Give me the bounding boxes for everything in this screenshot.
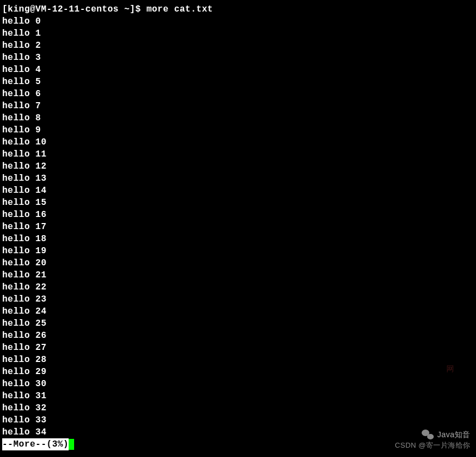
- output-line: hello 10: [2, 136, 474, 148]
- watermark-java: Java知音: [422, 428, 471, 441]
- terminal-cursor: [69, 439, 74, 450]
- output-line: hello 28: [2, 354, 474, 366]
- output-line: hello 5: [2, 76, 474, 88]
- output-line: hello 22: [2, 281, 474, 293]
- more-pager-status[interactable]: --More--(3%): [2, 438, 74, 450]
- output-line: hello 11: [2, 148, 474, 160]
- watermark-csdn: CSDN @寄一片海给你: [395, 439, 471, 452]
- output-line: hello 21: [2, 269, 474, 281]
- output-line: hello 0: [2, 15, 474, 27]
- command-prompt: [king@VM-12-11-centos ~]$ more cat.txt: [2, 3, 474, 15]
- output-line: hello 2: [2, 40, 474, 52]
- output-line: hello 9: [2, 124, 474, 136]
- watermark-red: 网: [446, 363, 455, 375]
- output-line: hello 15: [2, 197, 474, 209]
- output-line: hello 26: [2, 330, 474, 342]
- output-line: hello 31: [2, 390, 474, 402]
- output-line: hello 7: [2, 100, 474, 112]
- output-line: hello 17: [2, 221, 474, 233]
- terminal-window[interactable]: [king@VM-12-11-centos ~]$ more cat.txt h…: [0, 0, 476, 454]
- output-line: hello 33: [2, 414, 474, 426]
- output-line: hello 24: [2, 305, 474, 317]
- output-line: hello 25: [2, 317, 474, 330]
- output-line: hello 14: [2, 185, 474, 197]
- output-line: hello 32: [2, 402, 474, 414]
- output-line: hello 19: [2, 245, 474, 257]
- output-line: hello 29: [2, 366, 474, 378]
- output-line: hello 1: [2, 27, 474, 40]
- output-line: hello 27: [2, 342, 474, 354]
- output-line: hello 30: [2, 378, 474, 390]
- output-line: hello 34: [2, 426, 474, 438]
- output-line: hello 8: [2, 112, 474, 124]
- more-percent-label: --More--(3%): [2, 438, 69, 450]
- output-line: hello 12: [2, 160, 474, 172]
- wechat-icon: [422, 430, 434, 439]
- output-line: hello 13: [2, 172, 474, 185]
- output-line: hello 3: [2, 52, 474, 64]
- output-line: hello 20: [2, 257, 474, 269]
- output-line: hello 4: [2, 64, 474, 76]
- output-container: hello 0hello 1hello 2hello 3hello 4hello…: [2, 15, 474, 438]
- output-line: hello 18: [2, 233, 474, 245]
- output-line: hello 16: [2, 209, 474, 221]
- output-line: hello 6: [2, 88, 474, 100]
- watermark-java-text: Java知音: [437, 428, 471, 441]
- output-line: hello 23: [2, 293, 474, 305]
